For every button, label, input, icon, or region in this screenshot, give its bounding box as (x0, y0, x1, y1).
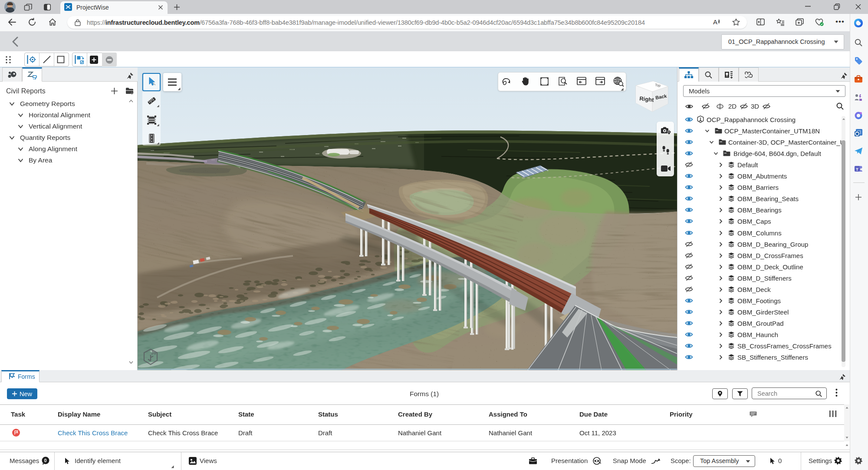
svg-text:A: A (713, 18, 717, 26)
svg-text:0: 0 (44, 458, 47, 463)
svg-text:Top: Top (655, 83, 661, 88)
svg-text:T: T (856, 167, 858, 172)
svg-text:Js: Js (151, 350, 156, 355)
